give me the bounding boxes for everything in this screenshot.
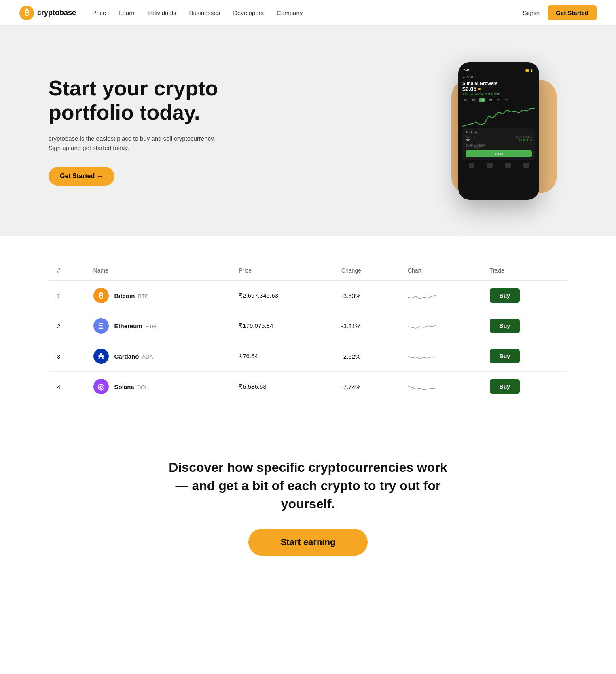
- phone-chart-svg: [462, 104, 535, 128]
- buy-button-btc[interactable]: Buy: [490, 288, 520, 303]
- phone-position-title: Position: [466, 131, 532, 134]
- coin-ticker: ETH: [146, 323, 156, 330]
- table-section: # Name Price Change Chart Trade 1 ₿ Bitc…: [0, 236, 616, 426]
- navbar: ₿ cryptobase Price Learn Individuals Bus…: [0, 0, 616, 26]
- row-trade: Buy: [482, 311, 567, 341]
- logo[interactable]: ₿ cryptobase: [19, 6, 76, 20]
- table-header: # Name Price Change Chart Trade: [49, 261, 567, 281]
- row-chart: [400, 311, 482, 341]
- nav-individuals[interactable]: Individuals: [148, 9, 176, 16]
- row-chart: [400, 341, 482, 372]
- hero-content: Start your crypto portfolio today. crypt…: [49, 76, 218, 186]
- col-trade: Trade: [482, 261, 567, 281]
- buy-button-ada[interactable]: Buy: [490, 349, 520, 363]
- sparkline-chart: [408, 319, 436, 332]
- phone-nav-chart-icon: [505, 163, 511, 168]
- brand-name: cryptobase: [37, 8, 76, 17]
- nav-links: Price Learn Individuals Businesses Devel…: [92, 9, 523, 16]
- table-row: 1 ₿ BitcoinBTC ₹2,697,349.63 -3.53% Buy: [49, 281, 567, 311]
- row-name-cell: ◎ SolanaSOL: [85, 372, 231, 402]
- table-row: 4 ◎ SolanaSOL ₹6,586.53 -7.74% Buy: [49, 372, 567, 402]
- buy-button-sol[interactable]: Buy: [490, 379, 520, 394]
- phone-nav-home-icon: [469, 163, 474, 168]
- coin-icon-eth: Ξ: [93, 318, 109, 334]
- phone-change: + $1 (20.40%) Past Month: [462, 92, 535, 96]
- start-earning-button[interactable]: Start earning: [248, 529, 368, 556]
- table-row: 2 Ξ EthereumETH ₹179,075.84 -3.31% Buy: [49, 311, 567, 341]
- sparkline-chart: [408, 380, 436, 392]
- row-name-cell: ₳ CardanoADA: [85, 341, 231, 372]
- sparkline-chart: [408, 289, 436, 301]
- discover-section: Discover how specific cryptocurrencies w…: [0, 426, 616, 588]
- phone-shares-val: 785: [466, 139, 474, 142]
- coin-name: CardanoADA: [114, 353, 153, 360]
- get-started-button-hero[interactable]: Get Started →: [49, 167, 114, 186]
- phone-status-bar: 9:41 📶 🔋: [462, 69, 535, 72]
- row-price: ₹76.64: [231, 341, 333, 372]
- coin-icon-btc: ₿: [93, 288, 109, 303]
- logo-icon: ₿: [19, 6, 34, 20]
- navbar-actions: Signin Get Started: [523, 5, 597, 20]
- nav-learn[interactable]: Learn: [119, 9, 134, 16]
- phone-nav-search-icon: [487, 163, 493, 168]
- nav-developers[interactable]: Developers: [233, 9, 264, 16]
- coin-name: EthereumETH: [114, 323, 156, 330]
- col-rank: #: [49, 261, 85, 281]
- coin-icon-ada: ₳: [93, 349, 109, 364]
- table-row: 3 ₳ CardanoADA ₹76.64 -2.52% Buy: [49, 341, 567, 372]
- hero-title: Start your crypto portfolio today.: [49, 76, 218, 125]
- row-rank: 2: [49, 311, 85, 341]
- hero-section: Start your crypto portfolio today. crypt…: [0, 26, 616, 236]
- phone-ticker: SNDL: [467, 75, 477, 79]
- row-change: -3.53%: [333, 281, 400, 311]
- row-chart: [400, 372, 482, 402]
- row-change: -3.31%: [333, 311, 400, 341]
- sparkline-chart: [408, 350, 436, 362]
- phone-market-value-label: Market Value: [515, 136, 532, 139]
- coin-ticker: ADA: [142, 354, 153, 360]
- phone-volume: Today's Volume 1,213,467,767: [466, 143, 532, 149]
- nav-company[interactable]: Company: [277, 9, 303, 16]
- phone-nav-profile-icon: [523, 163, 529, 168]
- nav-price[interactable]: Price: [92, 9, 106, 16]
- row-chart: [400, 281, 482, 311]
- row-trade: Buy: [482, 341, 567, 372]
- phone-shares-label: Shares: [466, 136, 474, 139]
- col-change: Change: [333, 261, 400, 281]
- table-body: 1 ₿ BitcoinBTC ₹2,697,349.63 -3.53% Buy …: [49, 281, 567, 402]
- row-rank: 4: [49, 372, 85, 402]
- row-change: -7.74%: [333, 372, 400, 402]
- phone-market-value-val: $1,609.25: [515, 139, 532, 142]
- hero-phone-container: 9:41 📶 🔋 ← SNDL ⋯ Sundial Growers $2.05 …: [430, 58, 567, 204]
- hero-phone-mockup: 9:41 📶 🔋 ← SNDL ⋯ Sundial Growers $2.05 …: [458, 62, 539, 200]
- row-price: ₹2,697,349.63: [231, 281, 333, 311]
- phone-position: Position Shares 785 Market Value $1,609.…: [462, 128, 535, 160]
- row-name-cell: Ξ EthereumETH: [85, 311, 231, 341]
- buy-button-eth[interactable]: Buy: [490, 319, 520, 333]
- hero-subtitle: cryptobase is the easiest place to buy a…: [49, 134, 218, 152]
- row-trade: Buy: [482, 372, 567, 402]
- phone-chart-tabs: 1D 1W 1M 3M 1Y 5Y: [462, 98, 535, 102]
- phone-company: Sundial Growers: [462, 81, 535, 86]
- row-name-cell: ₿ BitcoinBTC: [85, 281, 231, 311]
- col-price: Price: [231, 261, 333, 281]
- coin-icon-sol: ◎: [93, 379, 109, 394]
- col-chart: Chart: [400, 261, 482, 281]
- phone-nav-bar: [462, 160, 535, 168]
- get-started-button-nav[interactable]: Get Started: [548, 5, 597, 20]
- crypto-table: # Name Price Change Chart Trade 1 ₿ Bitc…: [49, 260, 567, 402]
- row-change: -2.52%: [333, 341, 400, 372]
- discover-title: Discover how specific cryptocurrencies w…: [167, 458, 450, 513]
- row-rank: 1: [49, 281, 85, 311]
- row-rank: 3: [49, 341, 85, 372]
- phone-trade-button[interactable]: Trade: [466, 150, 532, 157]
- coin-name: SolanaSOL: [114, 383, 148, 390]
- nav-businesses[interactable]: Businesses: [189, 9, 220, 16]
- coin-ticker: BTC: [138, 293, 148, 299]
- coin-ticker: SOL: [138, 384, 148, 390]
- row-price: ₹6,586.53: [231, 372, 333, 402]
- coin-name: BitcoinBTC: [114, 292, 149, 299]
- signin-link[interactable]: Signin: [523, 9, 540, 16]
- col-name: Name: [85, 261, 231, 281]
- row-trade: Buy: [482, 281, 567, 311]
